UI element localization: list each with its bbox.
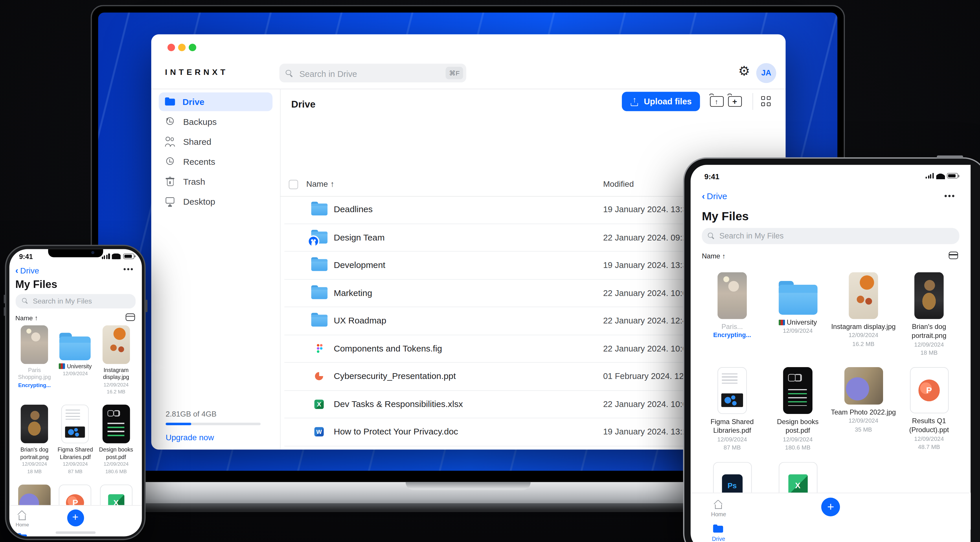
sidebar-item-icon [165, 137, 176, 147]
file-modified-date: 22 January 2024. 12:44 [603, 316, 692, 325]
file-thumbnail [914, 272, 944, 319]
sidebar-item[interactable]: Recents [159, 152, 272, 171]
cellular-signal-icon [926, 173, 934, 179]
phone-search-field[interactable]: Search in My Files [15, 294, 135, 308]
file-tile-date: 12/09/2024 [103, 381, 129, 388]
back-button[interactable]: ‹Drive [15, 265, 39, 275]
file-tile-size: 16.2 MB [107, 389, 125, 396]
file-tile-date: 12/09/2024 [22, 461, 47, 468]
tablet-screen: 9:41 ‹Drive ••• My Files Search in My Fi… [690, 165, 971, 542]
file-tile[interactable]: Brian's dog portrait.png 12/09/2024 18 M… [896, 272, 962, 357]
more-options-icon[interactable]: ••• [123, 265, 134, 273]
file-tile[interactable]: University 12/09/2024 [765, 272, 831, 357]
sidebar-item[interactable]: Shared [159, 132, 272, 151]
folder-add-icon [728, 96, 741, 107]
file-tile[interactable]: Team Photo 2022.jpg 12/09/2024 35 MB [831, 367, 896, 452]
upload-folder-button[interactable] [707, 92, 726, 111]
more-options-icon[interactable]: ••• [944, 191, 955, 200]
file-tile[interactable]: Paris... Encrypting... [699, 272, 765, 357]
nav-tab[interactable]: Drive [9, 527, 36, 536]
sidebar-item[interactable]: Desktop [159, 192, 272, 211]
file-tile-size: 48.7 MB [918, 443, 940, 452]
list-view-toggle-icon[interactable] [125, 313, 135, 320]
phone-power-button [146, 300, 147, 312]
add-file-button[interactable]: + [821, 498, 840, 517]
file-tile[interactable]: University 12/09/2024 [55, 325, 96, 396]
new-folder-button[interactable] [725, 92, 745, 111]
phone-volume-up-button [3, 295, 5, 304]
upload-files-button[interactable]: Upload files [622, 92, 700, 111]
drive-search-input[interactable] [298, 63, 432, 84]
nav-tab-icon [17, 510, 28, 520]
internxt-logo: INTERNXT [165, 67, 228, 77]
file-thumbnail [102, 325, 130, 364]
select-all-checkbox[interactable] [289, 180, 298, 189]
file-tile[interactable]: Figma Shared Libraries.pdf 12/09/2024 87… [699, 367, 765, 452]
tablet-page-title: My Files [702, 210, 749, 224]
file-name: How to Protect Your Privacy.doc [334, 426, 458, 436]
nav-tab-label: Home [16, 522, 29, 527]
file-tile-size: 16.2 MB [853, 340, 874, 348]
file-tile[interactable]: Paris Shopping.jpg Encrypting... [14, 325, 55, 396]
file-type-icon [311, 259, 328, 271]
cellular-signal-icon [102, 254, 110, 259]
column-name[interactable]: Name ↑ [306, 179, 334, 189]
drive-search-bar[interactable]: ⌘F [280, 63, 466, 82]
file-tile-name: Design books post.pdf [765, 417, 831, 435]
minimize-window-button[interactable] [178, 44, 186, 51]
file-thumbnail [778, 284, 817, 314]
file-tile[interactable]: Instagram display.jpg 12/09/2024 16.2 MB [96, 325, 137, 396]
file-thumbnail [62, 405, 89, 444]
file-name: UX Roadmap [334, 315, 386, 325]
file-tile-name: Brian's dog portrait.png [14, 447, 55, 461]
sort-by-name[interactable]: Name ↑ [15, 314, 38, 321]
sidebar-item-label: Backups [183, 117, 217, 127]
phone-file-grid: Paris Shopping.jpg Encrypting... Univers… [14, 325, 137, 529]
sidebar-item[interactable]: Backups [159, 113, 272, 131]
file-tile[interactable]: Figma Shared Libraries.pdf 12/09/2024 87… [55, 405, 96, 475]
nav-tab[interactable]: Home [9, 506, 36, 528]
file-tile-name: Design books post.pdf [96, 447, 137, 461]
sort-by-name[interactable]: Name ↑ [702, 252, 725, 260]
file-tile-name: Brian's dog portrait.png [896, 322, 962, 340]
sidebar-item-icon [165, 197, 176, 207]
file-tile-name: Paris Shopping.jpg [14, 367, 55, 381]
nav-tab[interactable]: Drive [690, 518, 747, 542]
battery-icon [947, 173, 958, 179]
file-tile[interactable]: Brian's dog portrait.png 12/09/2024 18 M… [14, 405, 55, 475]
nav-tab[interactable]: Home [690, 493, 747, 517]
sidebar-item-icon [165, 117, 176, 127]
file-tile[interactable]: Design books post.pdf 12/09/2024 180.6 M… [96, 405, 137, 475]
upload-icon [630, 97, 639, 106]
file-name: Deadlines [334, 204, 372, 214]
settings-gear-icon[interactable]: ⚙ [738, 64, 750, 77]
column-modified[interactable]: Modified [603, 179, 634, 189]
file-name: Cybersecurity_Presentation.ppt [334, 371, 456, 381]
wifi-icon [112, 253, 121, 259]
list-view-toggle-icon[interactable] [949, 252, 958, 259]
file-tile[interactable]: Design books post.pdf 12/09/2024 180.6 M… [765, 367, 831, 452]
file-modified-date: 01 February 2024. 12:35 [603, 371, 695, 381]
sidebar-item[interactable]: Drive [159, 92, 272, 111]
storage-widget: 2.81GB of 4GB Upgrade now [165, 410, 266, 442]
file-tile-date: 12/09/2024 [783, 326, 813, 335]
tablet-search-field[interactable]: Search in My Files [702, 228, 959, 244]
file-tile[interactable]: Results Q1 (Product).ppt 12/09/2024 48.7… [896, 367, 962, 452]
upgrade-link[interactable]: Upgrade now [165, 433, 266, 442]
add-file-button[interactable]: + [67, 509, 84, 526]
close-window-button[interactable] [167, 44, 175, 51]
composite-scene: INTERNXT ⌘F ⚙ JA Drive Backups [0, 0, 980, 542]
maximize-window-button[interactable] [189, 44, 196, 51]
back-button[interactable]: ‹Drive [702, 191, 727, 201]
nav-tab-icon [713, 524, 724, 533]
file-tile-name: Figma Shared Libraries.pdf [55, 447, 96, 461]
file-name: Dev Tasks & Responsibilities.xlsx [334, 399, 463, 409]
folder-upload-icon [710, 96, 724, 107]
file-tile[interactable]: Instagram display.jpg 12/09/2024 16.2 MB [831, 272, 896, 357]
file-thumbnail [783, 367, 813, 414]
tablet-power-button [937, 155, 963, 159]
grid-view-button[interactable] [757, 92, 776, 111]
user-avatar[interactable]: JA [756, 63, 776, 83]
breadcrumb-title: Drive [291, 98, 316, 110]
sidebar-item[interactable]: Trash [159, 172, 272, 191]
